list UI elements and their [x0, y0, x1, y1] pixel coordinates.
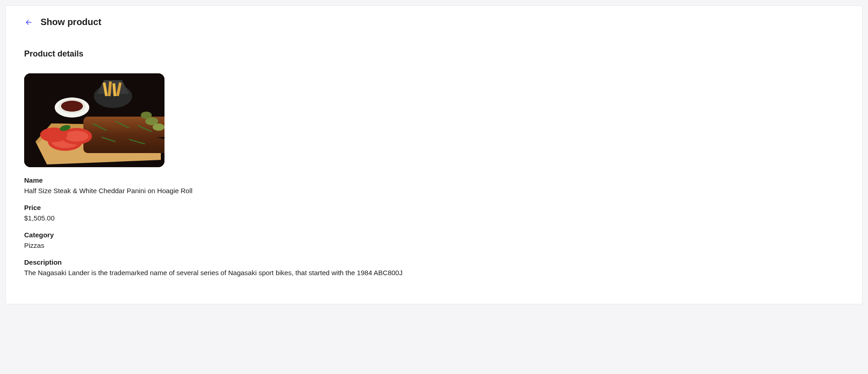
- field-price-value: $1,505.00: [24, 213, 844, 223]
- svg-point-12: [65, 131, 88, 142]
- field-category: Category Pizzas: [24, 231, 844, 250]
- field-description-label: Description: [24, 258, 844, 266]
- page-header: Show product: [24, 17, 844, 27]
- field-name-label: Name: [24, 176, 844, 184]
- field-category-value: Pizzas: [24, 241, 844, 250]
- section-title: Product details: [24, 49, 844, 59]
- page-title: Show product: [41, 17, 101, 27]
- back-arrow-icon[interactable]: [24, 18, 33, 27]
- svg-point-17: [61, 101, 83, 112]
- field-description-value: The Nagasaki Lander is the trademarked n…: [24, 268, 844, 277]
- field-category-label: Category: [24, 231, 844, 239]
- svg-point-25: [141, 112, 152, 119]
- field-name-value: Half Size Steak & White Cheddar Panini o…: [24, 186, 844, 195]
- product-image: [24, 73, 164, 167]
- field-description: Description The Nagasaki Lander is the t…: [24, 258, 844, 277]
- svg-point-24: [153, 123, 164, 131]
- field-price-label: Price: [24, 204, 844, 211]
- field-name: Name Half Size Steak & White Cheddar Pan…: [24, 176, 844, 195]
- field-price: Price $1,505.00: [24, 204, 844, 223]
- product-detail-card: Show product Product details: [5, 5, 863, 304]
